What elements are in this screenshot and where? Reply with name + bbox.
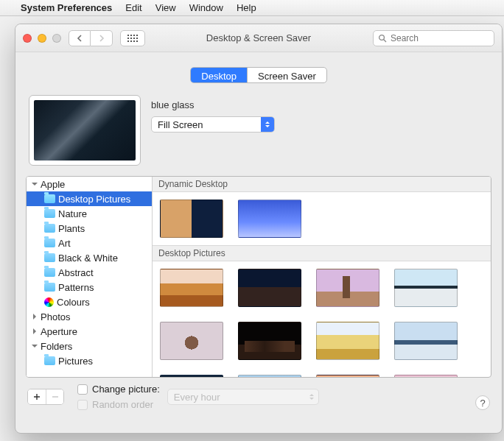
change-interval-select: Every hour bbox=[167, 389, 319, 405]
wallpaper-thumbnail[interactable] bbox=[160, 375, 223, 377]
fit-mode-select[interactable]: Fill Screen bbox=[151, 116, 275, 133]
folder-icon bbox=[44, 209, 55, 218]
gallery-section bbox=[153, 261, 491, 377]
fit-mode-value: Fill Screen bbox=[158, 119, 203, 130]
random-order-checkbox bbox=[77, 400, 88, 410]
minus-icon bbox=[52, 393, 59, 401]
tree-item-nature[interactable]: Nature bbox=[27, 206, 152, 221]
wallpaper-thumbnail[interactable] bbox=[394, 322, 458, 360]
remove-folder-button bbox=[46, 389, 63, 404]
updown-icon bbox=[261, 117, 274, 132]
tree-item-label: Colours bbox=[57, 297, 90, 308]
tree-item-label: Abstract bbox=[58, 267, 94, 278]
search-icon bbox=[378, 34, 387, 43]
search-field[interactable] bbox=[373, 30, 494, 46]
wallpaper-thumbnail[interactable] bbox=[160, 200, 223, 238]
tree-item-label: Apple bbox=[41, 179, 65, 190]
titlebar: Desktop & Screen Saver bbox=[15, 24, 502, 52]
wallpaper-thumbnail[interactable] bbox=[316, 375, 379, 377]
zoom-button bbox=[52, 34, 61, 43]
grid-icon bbox=[127, 35, 138, 42]
tree-item-abstract[interactable]: Abstract bbox=[27, 265, 152, 280]
traffic-lights bbox=[23, 34, 61, 43]
menu-window[interactable]: Window bbox=[189, 2, 223, 13]
disclosure-triangle-icon[interactable] bbox=[31, 181, 38, 188]
tree-item-patterns[interactable]: Patterns bbox=[27, 280, 152, 294]
wallpaper-thumbnail[interactable] bbox=[394, 375, 458, 377]
tree-item-label: Art bbox=[58, 238, 71, 249]
wallpaper-thumbnail[interactable] bbox=[316, 322, 379, 360]
wallpaper-thumbnail[interactable] bbox=[160, 322, 223, 360]
back-button[interactable] bbox=[69, 30, 91, 46]
disclosure-triangle-icon[interactable] bbox=[31, 328, 38, 335]
random-order-label: Random order bbox=[92, 399, 153, 410]
picker-split: AppleDesktop PicturesNaturePlantsArtBlac… bbox=[26, 176, 491, 378]
tree-item-black-white[interactable]: Black & White bbox=[27, 250, 152, 265]
preview-row: blue glass Fill Screen bbox=[26, 95, 491, 176]
menu-view[interactable]: View bbox=[155, 2, 176, 13]
folder-icon bbox=[44, 253, 55, 262]
wallpaper-thumbnail[interactable] bbox=[394, 269, 458, 307]
tree-item-label: Desktop Pictures bbox=[58, 194, 130, 205]
tree-item-desktop-pictures[interactable]: Desktop Pictures bbox=[27, 191, 152, 206]
svg-line-1 bbox=[384, 39, 386, 41]
footer-controls: Change picture: Random order Every hour … bbox=[26, 378, 491, 410]
tree-item-apple[interactable]: Apple bbox=[27, 177, 152, 191]
tree-item-pictures[interactable]: Pictures bbox=[27, 353, 152, 368]
tree-item-folders[interactable]: Folders bbox=[27, 339, 152, 353]
folder-icon bbox=[44, 268, 55, 277]
wallpaper-thumbnail[interactable] bbox=[238, 375, 301, 377]
folder-icon bbox=[44, 194, 55, 203]
help-button[interactable]: ? bbox=[475, 395, 490, 410]
prefs-window: Desktop & Screen Saver Desktop Screen Sa… bbox=[15, 24, 503, 434]
minimize-button[interactable] bbox=[38, 34, 46, 43]
svg-point-0 bbox=[379, 35, 385, 40]
tree-item-art[interactable]: Art bbox=[27, 236, 152, 250]
gallery-section bbox=[153, 192, 491, 245]
forward-button[interactable] bbox=[91, 30, 113, 46]
wallpaper-thumbnail[interactable] bbox=[238, 322, 301, 360]
folder-icon bbox=[44, 283, 55, 292]
tree-item-label: Plants bbox=[58, 223, 85, 234]
current-wallpaper-preview bbox=[29, 95, 141, 166]
chevron-left-icon bbox=[77, 35, 83, 42]
wallpaper-gallery[interactable]: Dynamic DesktopDesktop Pictures bbox=[153, 177, 491, 377]
wallpaper-thumbnail[interactable] bbox=[160, 269, 223, 307]
tree-item-label: Black & White bbox=[58, 253, 118, 264]
folder-icon bbox=[44, 224, 55, 233]
tree-item-photos[interactable]: Photos bbox=[27, 309, 152, 324]
wallpaper-thumbnail[interactable] bbox=[238, 200, 301, 238]
disclosure-triangle-icon[interactable] bbox=[31, 343, 38, 350]
close-button[interactable] bbox=[23, 34, 32, 43]
add-remove-buttons bbox=[27, 389, 64, 405]
random-order-option: Random order bbox=[77, 399, 160, 410]
search-input[interactable] bbox=[391, 33, 489, 43]
disclosure-triangle-icon[interactable] bbox=[31, 314, 38, 320]
tab-screensaver[interactable]: Screen Saver bbox=[247, 68, 326, 82]
change-picture-option[interactable]: Change picture: bbox=[77, 384, 160, 395]
tree-item-label: Aperture bbox=[41, 326, 77, 337]
chevron-right-icon bbox=[99, 35, 105, 42]
nav-buttons bbox=[69, 30, 113, 46]
wallpaper-thumbnail[interactable] bbox=[238, 269, 301, 307]
tree-item-colours[interactable]: Colours bbox=[27, 294, 152, 309]
tab-desktop[interactable]: Desktop bbox=[191, 68, 247, 82]
gallery-section-header: Desktop Pictures bbox=[153, 245, 491, 261]
change-interval-value: Every hour bbox=[174, 392, 220, 403]
menu-edit[interactable]: Edit bbox=[125, 2, 141, 13]
gallery-section-header: Dynamic Desktop bbox=[153, 177, 491, 192]
tree-item-label: Patterns bbox=[58, 282, 94, 293]
app-menu[interactable]: System Preferences bbox=[21, 2, 112, 13]
folder-icon bbox=[44, 239, 55, 247]
show-all-button[interactable] bbox=[120, 30, 145, 46]
source-tree[interactable]: AppleDesktop PicturesNaturePlantsArtBlac… bbox=[27, 177, 153, 377]
updown-icon bbox=[309, 392, 314, 402]
tree-item-label: Nature bbox=[58, 208, 87, 219]
menu-help[interactable]: Help bbox=[237, 2, 256, 13]
add-folder-button[interactable] bbox=[28, 389, 46, 404]
wallpaper-thumbnail bbox=[34, 100, 136, 160]
change-picture-checkbox[interactable] bbox=[77, 384, 88, 395]
wallpaper-thumbnail[interactable] bbox=[316, 269, 379, 307]
tree-item-aperture[interactable]: Aperture bbox=[27, 324, 152, 339]
tree-item-plants[interactable]: Plants bbox=[27, 221, 152, 236]
